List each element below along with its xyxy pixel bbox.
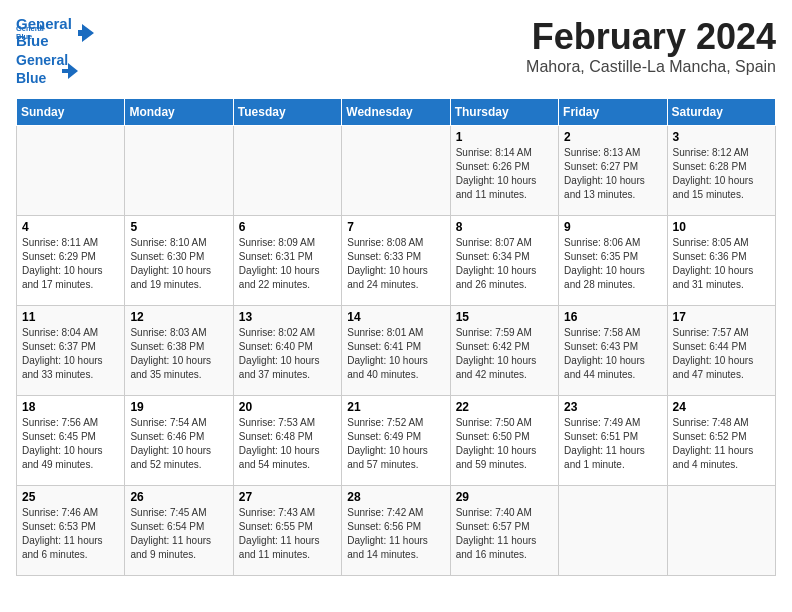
calendar-cell: 27Sunrise: 7:43 AMSunset: 6:55 PMDayligh… <box>233 486 341 576</box>
day-info: Sunrise: 8:10 AMSunset: 6:30 PMDaylight:… <box>130 236 227 292</box>
day-number: 10 <box>673 220 770 234</box>
day-number: 7 <box>347 220 444 234</box>
calendar-week-5: 25Sunrise: 7:46 AMSunset: 6:53 PMDayligh… <box>17 486 776 576</box>
weekday-header-thursday: Thursday <box>450 99 558 126</box>
calendar-cell: 17Sunrise: 7:57 AMSunset: 6:44 PMDayligh… <box>667 306 775 396</box>
calendar-cell: 5Sunrise: 8:10 AMSunset: 6:30 PMDaylight… <box>125 216 233 306</box>
weekday-header-wednesday: Wednesday <box>342 99 450 126</box>
day-number: 18 <box>22 400 119 414</box>
calendar-cell: 18Sunrise: 7:56 AMSunset: 6:45 PMDayligh… <box>17 396 125 486</box>
calendar-cell: 12Sunrise: 8:03 AMSunset: 6:38 PMDayligh… <box>125 306 233 396</box>
day-info: Sunrise: 7:43 AMSunset: 6:55 PMDaylight:… <box>239 506 336 562</box>
logo-text-blue: Blue <box>16 33 72 50</box>
day-number: 26 <box>130 490 227 504</box>
day-number: 24 <box>673 400 770 414</box>
calendar-cell: 29Sunrise: 7:40 AMSunset: 6:57 PMDayligh… <box>450 486 558 576</box>
day-number: 29 <box>456 490 553 504</box>
calendar-cell: 28Sunrise: 7:42 AMSunset: 6:56 PMDayligh… <box>342 486 450 576</box>
calendar-cell: 10Sunrise: 8:05 AMSunset: 6:36 PMDayligh… <box>667 216 775 306</box>
logo-container: General Blue <box>16 16 98 49</box>
day-number: 8 <box>456 220 553 234</box>
day-info: Sunrise: 8:14 AMSunset: 6:26 PMDaylight:… <box>456 146 553 202</box>
calendar-cell: 7Sunrise: 8:08 AMSunset: 6:33 PMDaylight… <box>342 216 450 306</box>
calendar-cell: 20Sunrise: 7:53 AMSunset: 6:48 PMDayligh… <box>233 396 341 486</box>
day-info: Sunrise: 7:59 AMSunset: 6:42 PMDaylight:… <box>456 326 553 382</box>
calendar-cell: 25Sunrise: 7:46 AMSunset: 6:53 PMDayligh… <box>17 486 125 576</box>
day-info: Sunrise: 8:09 AMSunset: 6:31 PMDaylight:… <box>239 236 336 292</box>
day-number: 6 <box>239 220 336 234</box>
day-number: 27 <box>239 490 336 504</box>
calendar-cell: 9Sunrise: 8:06 AMSunset: 6:35 PMDaylight… <box>559 216 667 306</box>
day-number: 3 <box>673 130 770 144</box>
day-number: 13 <box>239 310 336 324</box>
svg-marker-4 <box>78 24 94 42</box>
calendar-cell <box>667 486 775 576</box>
calendar-cell: 11Sunrise: 8:04 AMSunset: 6:37 PMDayligh… <box>17 306 125 396</box>
calendar-week-4: 18Sunrise: 7:56 AMSunset: 6:45 PMDayligh… <box>17 396 776 486</box>
day-info: Sunrise: 8:11 AMSunset: 6:29 PMDaylight:… <box>22 236 119 292</box>
day-number: 5 <box>130 220 227 234</box>
day-info: Sunrise: 8:12 AMSunset: 6:28 PMDaylight:… <box>673 146 770 202</box>
calendar-cell: 3Sunrise: 8:12 AMSunset: 6:28 PMDaylight… <box>667 126 775 216</box>
day-number: 14 <box>347 310 444 324</box>
calendar-cell: 8Sunrise: 8:07 AMSunset: 6:34 PMDaylight… <box>450 216 558 306</box>
calendar-week-3: 11Sunrise: 8:04 AMSunset: 6:37 PMDayligh… <box>17 306 776 396</box>
day-number: 20 <box>239 400 336 414</box>
day-number: 23 <box>564 400 661 414</box>
calendar-header-row: SundayMondayTuesdayWednesdayThursdayFrid… <box>17 99 776 126</box>
calendar-cell: 26Sunrise: 7:45 AMSunset: 6:54 PMDayligh… <box>125 486 233 576</box>
month-year-title: February 2024 <box>526 16 776 58</box>
calendar-cell: 21Sunrise: 7:52 AMSunset: 6:49 PMDayligh… <box>342 396 450 486</box>
calendar-cell: 1Sunrise: 8:14 AMSunset: 6:26 PMDaylight… <box>450 126 558 216</box>
day-info: Sunrise: 7:53 AMSunset: 6:48 PMDaylight:… <box>239 416 336 472</box>
calendar-cell: 24Sunrise: 7:48 AMSunset: 6:52 PMDayligh… <box>667 396 775 486</box>
day-info: Sunrise: 8:07 AMSunset: 6:34 PMDaylight:… <box>456 236 553 292</box>
calendar-cell: 4Sunrise: 8:11 AMSunset: 6:29 PMDaylight… <box>17 216 125 306</box>
calendar-body: 1Sunrise: 8:14 AMSunset: 6:26 PMDaylight… <box>17 126 776 576</box>
calendar-cell <box>233 126 341 216</box>
day-info: Sunrise: 7:45 AMSunset: 6:54 PMDaylight:… <box>130 506 227 562</box>
day-info: Sunrise: 7:40 AMSunset: 6:57 PMDaylight:… <box>456 506 553 562</box>
calendar-header: February 2024 Mahora, Castille-La Mancha… <box>526 16 776 76</box>
day-info: Sunrise: 7:56 AMSunset: 6:45 PMDaylight:… <box>22 416 119 472</box>
day-number: 12 <box>130 310 227 324</box>
day-info: Sunrise: 8:08 AMSunset: 6:33 PMDaylight:… <box>347 236 444 292</box>
calendar-cell: 16Sunrise: 7:58 AMSunset: 6:43 PMDayligh… <box>559 306 667 396</box>
day-number: 16 <box>564 310 661 324</box>
day-info: Sunrise: 7:52 AMSunset: 6:49 PMDaylight:… <box>347 416 444 472</box>
day-number: 25 <box>22 490 119 504</box>
day-info: Sunrise: 8:13 AMSunset: 6:27 PMDaylight:… <box>564 146 661 202</box>
day-info: Sunrise: 7:46 AMSunset: 6:53 PMDaylight:… <box>22 506 119 562</box>
day-info: Sunrise: 7:50 AMSunset: 6:50 PMDaylight:… <box>456 416 553 472</box>
day-number: 19 <box>130 400 227 414</box>
calendar-cell <box>559 486 667 576</box>
logo-blue: Blue <box>16 70 46 86</box>
day-number: 21 <box>347 400 444 414</box>
logo-text: General <box>16 16 72 33</box>
calendar-cell <box>125 126 233 216</box>
logo-chevron-icon <box>76 22 98 44</box>
calendar-cell <box>17 126 125 216</box>
calendar-cell: 6Sunrise: 8:09 AMSunset: 6:31 PMDaylight… <box>233 216 341 306</box>
calendar-week-1: 1Sunrise: 8:14 AMSunset: 6:26 PMDaylight… <box>17 126 776 216</box>
day-info: Sunrise: 8:01 AMSunset: 6:41 PMDaylight:… <box>347 326 444 382</box>
calendar-table: SundayMondayTuesdayWednesdayThursdayFrid… <box>16 98 776 576</box>
calendar-cell: 15Sunrise: 7:59 AMSunset: 6:42 PMDayligh… <box>450 306 558 396</box>
day-number: 22 <box>456 400 553 414</box>
day-info: Sunrise: 8:02 AMSunset: 6:40 PMDaylight:… <box>239 326 336 382</box>
day-number: 11 <box>22 310 119 324</box>
location-subtitle: Mahora, Castille-La Mancha, Spain <box>526 58 776 76</box>
day-number: 17 <box>673 310 770 324</box>
day-info: Sunrise: 8:05 AMSunset: 6:36 PMDaylight:… <box>673 236 770 292</box>
calendar-cell: 23Sunrise: 7:49 AMSunset: 6:51 PMDayligh… <box>559 396 667 486</box>
logo-general: General <box>16 52 68 68</box>
day-info: Sunrise: 8:04 AMSunset: 6:37 PMDaylight:… <box>22 326 119 382</box>
day-number: 9 <box>564 220 661 234</box>
weekday-header-sunday: Sunday <box>17 99 125 126</box>
calendar-cell: 13Sunrise: 8:02 AMSunset: 6:40 PMDayligh… <box>233 306 341 396</box>
day-info: Sunrise: 7:58 AMSunset: 6:43 PMDaylight:… <box>564 326 661 382</box>
day-info: Sunrise: 8:06 AMSunset: 6:35 PMDaylight:… <box>564 236 661 292</box>
calendar-cell <box>342 126 450 216</box>
day-info: Sunrise: 7:57 AMSunset: 6:44 PMDaylight:… <box>673 326 770 382</box>
calendar-cell: 19Sunrise: 7:54 AMSunset: 6:46 PMDayligh… <box>125 396 233 486</box>
